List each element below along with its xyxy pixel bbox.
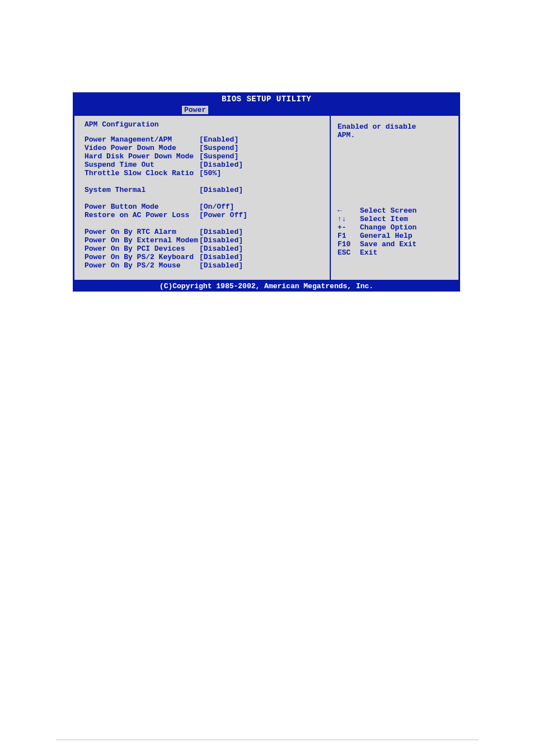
setting-value[interactable]: [Enabled] xyxy=(199,135,324,144)
setting-value[interactable]: [On/Off] xyxy=(199,203,324,211)
setting-value[interactable]: [Disabled] xyxy=(199,228,324,236)
setting-label: Power Button Mode xyxy=(85,203,199,211)
setting-row[interactable]: Power On By PCI Devices [Disabled] xyxy=(85,245,324,253)
setting-row[interactable]: System Thermal [Disabled] xyxy=(85,186,324,194)
nav-desc: General Help xyxy=(360,232,453,240)
setting-row[interactable]: Video Power Down Mode [Suspend] xyxy=(85,144,324,152)
nav-row: F1 General Help xyxy=(338,232,453,240)
setting-value[interactable]: [50%] xyxy=(199,169,324,177)
nav-row: ESC Exit xyxy=(338,248,453,257)
help-line: Enabled or disable xyxy=(338,123,453,131)
setting-row[interactable]: Power Button Mode [On/Off] xyxy=(85,203,324,211)
copyright-bar: (C)Copyright 1985-2002, American Megatre… xyxy=(73,281,460,292)
setting-label: Power On By PS/2 Keyboard xyxy=(85,253,199,261)
setting-value[interactable]: [Disabled] xyxy=(199,245,324,253)
help-text: Enabled or disable APM. xyxy=(338,123,453,139)
nav-row: F10 Save and Exit xyxy=(338,240,453,248)
plusminus-icon: +- xyxy=(338,223,360,232)
setting-value[interactable]: [Disabled] xyxy=(199,161,324,169)
setting-label: Power On By PS/2 Mouse xyxy=(85,261,199,270)
nav-keys: ← Select Screen ↑↓ Select Item +- Change… xyxy=(338,206,453,257)
esc-key: ESC xyxy=(338,248,360,257)
bios-window: BIOS SETUP UTILITY Power APM Configurati… xyxy=(73,92,460,292)
nav-desc: Select Item xyxy=(360,215,453,223)
setting-row[interactable]: Restore on AC Power Loss [Power Off] xyxy=(85,211,324,219)
setting-value[interactable]: [Disabled] xyxy=(199,236,324,245)
nav-desc: Change Option xyxy=(360,223,453,232)
nav-row: +- Change Option xyxy=(338,223,453,232)
title-bar: BIOS SETUP UTILITY xyxy=(73,92,460,105)
setting-label: Video Power Down Mode xyxy=(85,144,199,152)
setting-value[interactable]: [Power Off] xyxy=(199,211,324,219)
setting-value[interactable]: [Disabled] xyxy=(199,253,324,261)
setting-label: Hard Disk Power Down Mode xyxy=(85,152,199,161)
setting-row[interactable]: Power On By PS/2 Mouse [Disabled] xyxy=(85,261,324,270)
setting-label: Power On By RTC Alarm xyxy=(85,228,199,236)
setting-label: Throttle Slow Clock Ratio xyxy=(85,169,199,177)
section-header: APM Configuration xyxy=(85,120,324,129)
help-panel: Enabled or disable APM. ← Select Screen … xyxy=(331,116,458,280)
tab-power[interactable]: Power xyxy=(182,106,208,114)
content-area: APM Configuration Power Management/APM [… xyxy=(73,116,460,281)
setting-label: System Thermal xyxy=(85,186,199,194)
setting-row[interactable]: Power On By PS/2 Keyboard [Disabled] xyxy=(85,253,324,261)
setting-label: Power On By PCI Devices xyxy=(85,245,199,253)
f10-key: F10 xyxy=(338,240,360,248)
f1-key: F1 xyxy=(338,232,360,240)
setting-label: Suspend Time Out xyxy=(85,161,199,169)
nav-row: ↑↓ Select Item xyxy=(338,215,453,223)
setting-row[interactable]: Suspend Time Out [Disabled] xyxy=(85,161,324,169)
setting-value[interactable]: [Disabled] xyxy=(199,186,324,194)
setting-value[interactable]: [Disabled] xyxy=(199,261,324,270)
setting-label: Restore on AC Power Loss xyxy=(85,211,199,219)
setting-label: Power On By External Modem xyxy=(85,236,199,245)
setting-row[interactable]: Hard Disk Power Down Mode [Suspend] xyxy=(85,152,324,161)
help-line: APM. xyxy=(338,131,453,139)
setting-row[interactable]: Power On By External Modem [Disabled] xyxy=(85,236,324,245)
left-arrow-icon: ← xyxy=(338,206,360,215)
nav-desc: Select Screen xyxy=(360,206,453,215)
setting-row[interactable]: Power On By RTC Alarm [Disabled] xyxy=(85,228,324,236)
setting-value[interactable]: [Suspend] xyxy=(199,152,324,161)
updown-arrow-icon: ↑↓ xyxy=(338,215,360,223)
nav-desc: Save and Exit xyxy=(360,240,453,248)
setting-value[interactable]: [Suspend] xyxy=(199,144,324,152)
nav-desc: Exit xyxy=(360,248,453,257)
setting-row[interactable]: Throttle Slow Clock Ratio [50%] xyxy=(85,169,324,177)
setting-label: Power Management/APM xyxy=(85,135,199,144)
nav-row: ← Select Screen xyxy=(338,206,453,215)
settings-panel: APM Configuration Power Management/APM [… xyxy=(74,116,331,280)
tab-row: Power xyxy=(73,105,460,116)
setting-row[interactable]: Power Management/APM [Enabled] xyxy=(85,135,324,144)
footer-divider xyxy=(56,739,478,740)
